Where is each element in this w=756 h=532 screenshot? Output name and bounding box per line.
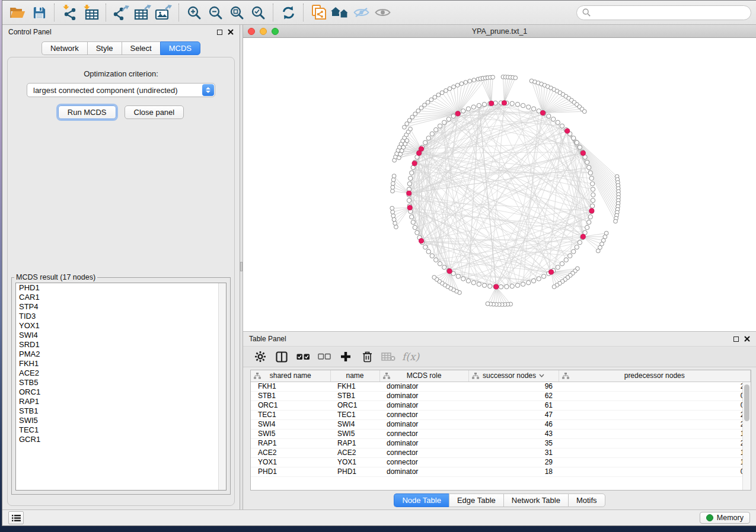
mcds-result-item[interactable]: ORC1 — [16, 387, 226, 397]
select-all-columns-button[interactable] — [294, 348, 312, 365]
mcds-list-scrollbar[interactable] — [218, 283, 226, 490]
close-panel-icon[interactable] — [228, 29, 234, 35]
first-neighbors-button[interactable] — [329, 3, 350, 22]
close-panel-button[interactable]: Close panel — [125, 105, 184, 119]
show-all-button[interactable] — [372, 3, 393, 22]
create-column-button[interactable] — [337, 348, 355, 365]
tab-network-table[interactable]: Network Table — [503, 493, 568, 507]
save-session-button[interactable] — [28, 3, 50, 22]
close-table-panel-icon[interactable] — [744, 336, 750, 342]
network-canvas[interactable] — [243, 38, 756, 331]
column-header-shared-name[interactable]: shared name — [251, 370, 330, 382]
mcds-result-item[interactable]: YOX1 — [16, 321, 226, 331]
zoom-selected-icon — [251, 5, 266, 20]
cell-mcds-role: dominator — [379, 382, 468, 391]
mcds-result-item[interactable]: FKH1 — [16, 359, 226, 368]
export-table-button[interactable] — [132, 3, 153, 22]
select-stepper-icon — [202, 84, 214, 96]
float-panel-icon[interactable] — [217, 30, 222, 35]
table-row[interactable]: ORC1ORC1dominator610 — [251, 400, 751, 410]
cell-predecessor-nodes: 2 — [559, 419, 751, 429]
cell-predecessor-nodes: 0 — [559, 400, 751, 410]
mcds-result-item[interactable]: ACE2 — [16, 368, 226, 378]
cell-predecessor-nodes: 1 — [559, 429, 751, 438]
table-row[interactable]: SWI5SWI5connector431 — [251, 429, 751, 438]
memory-button[interactable]: Memory — [700, 512, 750, 524]
cell-predecessor-nodes: 1 — [559, 457, 751, 467]
run-mcds-button[interactable]: Run MCDS — [58, 105, 116, 119]
mcds-result-item[interactable]: STP4 — [16, 302, 226, 312]
mcds-tab-content: Optimization criterion: largest connecte… — [7, 57, 235, 506]
mcds-result-list[interactable]: PHD1CAR1STP4TID3YOX1SWI4SRD1PMA2FKH1ACE2… — [15, 283, 227, 491]
import-table-button[interactable] — [80, 3, 101, 22]
table-row[interactable]: RAP1RAP1dominator352 — [251, 438, 751, 448]
delete-table-icon — [381, 352, 395, 361]
mcds-result-item[interactable]: GCR1 — [16, 435, 226, 444]
table-row[interactable]: SWI4SWI4dominator462 — [251, 419, 751, 429]
tab-mcds[interactable]: MCDS — [160, 41, 200, 55]
task-list-icon — [12, 514, 21, 522]
mcds-result-item[interactable]: SRD1 — [16, 340, 226, 350]
mcds-result-item[interactable]: RAP1 — [16, 397, 226, 406]
cell-name: ORC1 — [330, 400, 379, 410]
table-scrollbar[interactable] — [742, 382, 751, 490]
zoom-in-button[interactable] — [183, 3, 205, 22]
import-network-button[interactable] — [59, 3, 80, 22]
search-box[interactable] — [576, 5, 751, 20]
mcds-result-item[interactable]: PHD1 — [16, 283, 226, 293]
mcds-result-item[interactable]: PMA2 — [16, 350, 226, 359]
export-image-button[interactable] — [153, 3, 174, 22]
task-history-button[interactable] — [8, 511, 24, 524]
splitter-grip[interactable] — [240, 262, 243, 271]
column-header-successor-nodes[interactable]: successor nodes — [468, 370, 559, 382]
delete-columns-button[interactable] — [358, 348, 376, 365]
show-columns-button[interactable] — [273, 348, 291, 365]
houses-icon — [330, 6, 349, 19]
column-header-predecessor-nodes[interactable]: predecessor nodes — [559, 370, 751, 382]
hide-selected-button[interactable] — [350, 3, 372, 22]
table-row[interactable]: TEC1TEC1connector472 — [251, 410, 751, 419]
unselect-all-columns-button[interactable] — [315, 348, 333, 365]
tab-edge-table[interactable]: Edge Table — [449, 493, 503, 507]
toolbar-separator — [273, 4, 273, 21]
export-table-icon — [133, 5, 151, 20]
control-panel-title: Control Panel — [8, 28, 52, 36]
zoom-selected-button[interactable] — [247, 3, 269, 22]
mcds-result-item[interactable]: STB5 — [16, 378, 226, 387]
table-row[interactable]: YOX1YOX1connector291 — [251, 457, 751, 467]
table-options-button[interactable] — [251, 348, 269, 365]
table-row[interactable]: PHD1PHD1dominator180 — [251, 467, 751, 476]
duplicate-network-button[interactable] — [308, 3, 329, 22]
zoom-out-button[interactable] — [205, 3, 226, 22]
mcds-result-item[interactable]: SWI5 — [16, 416, 226, 425]
node-table[interactable]: shared name name MCDS role — [250, 370, 751, 491]
zoom-out-icon — [208, 5, 223, 20]
table-scrollbar-thumb[interactable] — [744, 384, 749, 421]
table-row[interactable]: ACE2ACE2connector311 — [251, 448, 751, 457]
tab-style[interactable]: Style — [87, 41, 122, 55]
cell-mcds-role: dominator — [379, 400, 468, 410]
tab-motifs[interactable]: Motifs — [568, 493, 605, 507]
table-row[interactable]: FKH1FKH1dominator962 — [251, 382, 751, 391]
refresh-view-button[interactable] — [277, 3, 299, 22]
zoom-fit-button[interactable] — [226, 3, 247, 22]
mcds-result-item[interactable]: CAR1 — [16, 293, 226, 302]
criterion-select[interactable]: largest connected component (undirected) — [27, 83, 215, 97]
search-input[interactable] — [594, 8, 745, 17]
tab-network[interactable]: Network — [42, 41, 87, 55]
column-header-name[interactable]: name — [330, 370, 379, 382]
export-network-button[interactable] — [110, 3, 132, 22]
namespace-tree-icon — [254, 373, 261, 379]
tab-select[interactable]: Select — [122, 41, 160, 55]
mcds-result-item[interactable]: STB1 — [16, 406, 226, 416]
mcds-result-item[interactable]: TEC1 — [16, 425, 226, 435]
tab-node-table[interactable]: Node Table — [394, 493, 449, 507]
mcds-result-item[interactable]: SWI4 — [16, 331, 226, 340]
column-header-mcds-role[interactable]: MCDS role — [379, 370, 468, 382]
cell-successor-nodes: 47 — [468, 410, 559, 419]
table-row[interactable]: STB1STB1dominator620 — [251, 391, 751, 400]
open-session-button[interactable] — [7, 3, 28, 22]
mcds-result-item[interactable]: TID3 — [16, 312, 226, 321]
float-table-panel-icon[interactable] — [733, 336, 739, 342]
node-table-body: FKH1FKH1dominator962STB1STB1dominator620… — [251, 382, 751, 476]
